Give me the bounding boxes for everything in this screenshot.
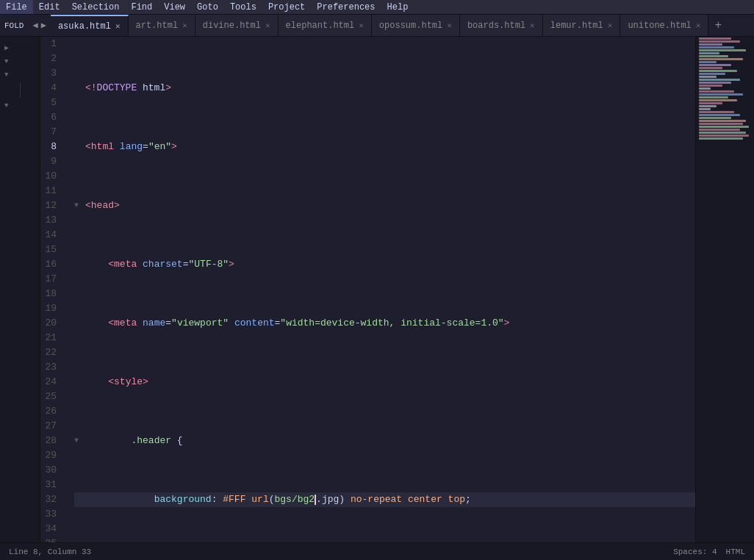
ln-20: 20 [40,316,62,331]
ln-28: 28 [40,434,62,448]
minimap-line [699,114,740,116]
ln-26: 26 [40,404,62,419]
tab-boards-label: boards.html [467,21,525,31]
menu-project[interactable]: Project [262,0,311,14]
ln-3: 3 [40,66,62,81]
tabbar: FOLD ◀ ▶ asuka.html ✕ art.html ✕ divine.… [0,15,754,37]
menu-goto[interactable]: Goto [191,0,224,14]
ln-10: 10 [40,169,62,184]
code-editor[interactable]: 1 2 3 4 5 6 7 8 9 10 11 12 13 14 15 16 1… [40,37,695,542]
tab-nav-left[interactable]: ◀ [31,20,39,31]
minimap-line [699,40,740,43]
menu-selection[interactable]: Selection [66,0,126,14]
minimap-line [699,96,728,98]
sidebar: ▶ ▼ ▼ ▼ [0,37,40,542]
ln-30: 30 [40,463,62,478]
minimap-line [699,73,725,75]
menu-edit[interactable]: Edit [33,0,66,14]
minimap-line [699,137,743,140]
tab-opossum-close[interactable]: ✕ [447,21,452,30]
ln-16: 16 [40,257,62,272]
ln-8: 8 [40,140,62,154]
status-spaces[interactable]: Spaces: 4 [673,548,717,556]
code-line-4: <meta charset="UTF-8"> [74,257,695,272]
minimap-line [699,120,746,122]
code-content[interactable]: <!DOCTYPE html> <html lang="en"> ▼<head>… [68,37,695,542]
minimap-line [699,49,746,51]
ln-14: 14 [40,228,62,243]
tab-lemur-close[interactable]: ✕ [608,21,613,30]
tab-nav-arrows: ◀ ▶ [28,20,50,31]
code-line-3: ▼<head> [74,198,695,213]
ln-23: 23 [40,360,62,375]
minimap-line [699,87,711,90]
statusbar: Line 8, Column 33 Spaces: 4 HTML [0,542,754,560]
minimap-line [699,64,731,66]
ln-9: 9 [40,154,62,169]
tab-nav-right[interactable]: ▶ [40,20,48,31]
tab-lemur-label: lemur.html [550,21,603,31]
minimap-line [699,132,746,134]
code-line-1: <!DOCTYPE html> [74,81,695,96]
ln-5: 5 [40,96,62,110]
tab-divine-label: divine.html [203,21,261,31]
status-right: Spaces: 4 HTML [673,548,745,556]
menu-tools[interactable]: Tools [224,0,262,14]
ln-19: 19 [40,301,62,316]
tab-divine-close[interactable]: ✕ [265,21,270,30]
tab-asuka[interactable]: asuka.html ✕ [51,15,129,36]
ln-4: 4 [40,81,62,96]
minimap-canvas [696,37,754,542]
menu-view[interactable]: View [158,0,191,14]
tab-lemur[interactable]: lemur.html ✕ [543,15,621,36]
tab-opossum[interactable]: opossum.html ✕ [372,15,460,36]
menu-file[interactable]: File [0,0,33,14]
sidebar-file-2[interactable]: ▼ [0,68,40,82]
tab-art-close[interactable]: ✕ [182,21,187,30]
fold-button[interactable]: FOLD [0,15,28,36]
sidebar-file-3[interactable]: ▼ [0,99,40,112]
minimap-line [699,134,749,137]
minimap-line [699,79,740,81]
fold-7[interactable]: ▼ [74,434,83,448]
sidebar-fold-item[interactable]: ▶ [0,40,40,55]
minimap-line [699,117,731,119]
tab-unitone-close[interactable]: ✕ [696,21,701,30]
minimap-line [699,70,737,72]
ln-31: 31 [40,478,62,492]
ln-27: 27 [40,419,62,434]
minimap-line [699,46,734,49]
tab-elephant[interactable]: elephant.html ✕ [279,15,372,36]
ln-11: 11 [40,184,62,198]
ln-22: 22 [40,345,62,360]
tab-elephant-label: elephant.html [286,21,355,31]
code-line-7: ▼ .header { [74,434,695,448]
status-syntax[interactable]: HTML [726,548,745,556]
tab-asuka-close[interactable]: ✕ [115,21,121,31]
fold-3[interactable]: ▼ [74,198,83,213]
tab-art-label: art.html [136,21,179,31]
tab-boards-close[interactable]: ✕ [530,21,535,30]
minimap-line [699,67,722,69]
menubar: File Edit Selection Find View Goto Tools… [0,0,754,15]
tab-add-button[interactable]: + [708,19,728,32]
minimap-line [699,61,717,63]
tab-art[interactable]: art.html ✕ [129,15,195,36]
sidebar-file-1[interactable]: ▼ [0,55,40,68]
tab-unitone[interactable]: unitone.html ✕ [620,15,708,36]
minimap-line [699,123,743,125]
minimap-line [699,105,717,107]
tab-divine[interactable]: divine.html ✕ [195,15,279,36]
menu-find[interactable]: Find [125,0,158,14]
ln-34: 34 [40,522,62,536]
status-left: Line 8, Column 33 [9,548,91,556]
menu-help[interactable]: Help [381,0,414,14]
menu-preferences[interactable]: Preferences [311,0,381,14]
tab-elephant-close[interactable]: ✕ [359,21,364,30]
tab-opossum-label: opossum.html [379,21,442,31]
minimap-line [699,111,734,113]
minimap-line [699,52,719,54]
code-line-6: <style> [74,375,695,390]
ln-33: 33 [40,507,62,522]
tab-boards[interactable]: boards.html ✕ [460,15,543,36]
